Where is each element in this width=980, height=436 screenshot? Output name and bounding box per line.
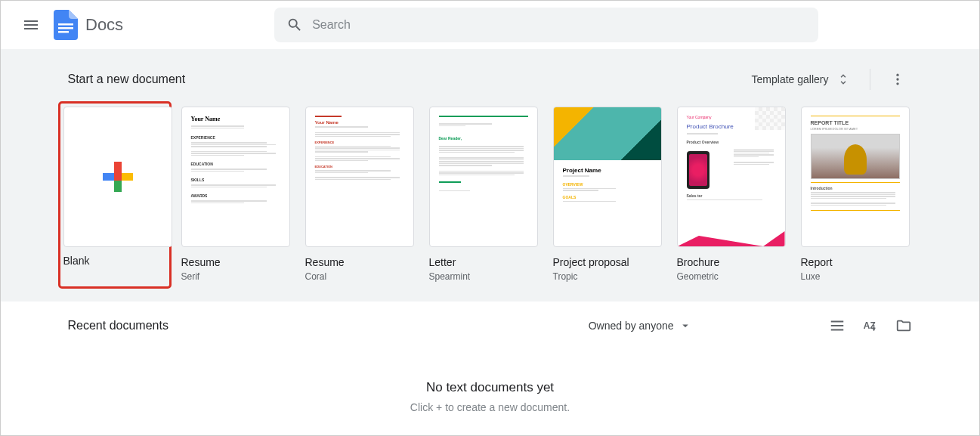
list-view-button[interactable] <box>828 317 846 335</box>
recent-section: Recent documents Owned by anyone AZ No t… <box>1 301 979 436</box>
svg-rect-1 <box>58 27 73 29</box>
list-icon <box>829 317 846 334</box>
svg-point-5 <box>896 82 898 85</box>
template-label: Brochure <box>677 255 786 270</box>
ownership-filter-label: Owned by anyone <box>589 320 674 332</box>
recent-title: Recent documents <box>68 319 168 332</box>
template-blank-thumb <box>63 107 172 247</box>
template-section-title: Start a new document <box>68 73 186 86</box>
main-menu-button[interactable] <box>13 7 49 43</box>
empty-title: No text documents yet <box>64 380 917 395</box>
template-gallery-label: Template gallery <box>752 73 829 85</box>
empty-state: No text documents yet Click + to create … <box>63 365 917 436</box>
template-project-proposal[interactable]: Project Name OVERVIEW GOALS Project prop… <box>553 107 662 283</box>
app-name: Docs <box>85 15 123 35</box>
svg-point-3 <box>896 74 898 76</box>
file-picker-button[interactable] <box>895 317 913 335</box>
unfold-icon <box>836 73 850 86</box>
svg-rect-0 <box>58 23 73 26</box>
search-bar[interactable] <box>274 8 818 42</box>
template-gallery-button[interactable]: Template gallery <box>744 66 858 92</box>
sort-az-icon: AZ <box>862 317 879 334</box>
template-label: Resume <box>305 255 414 270</box>
template-letter-spearmint[interactable]: Dear Reader, Letter Spearmint <box>429 107 538 283</box>
template-sublabel: Spearmint <box>429 270 538 283</box>
more-vert-icon <box>890 72 905 87</box>
empty-subtitle: Click + to create a new document. <box>64 401 917 413</box>
menu-icon <box>22 16 40 34</box>
template-brochure[interactable]: Your Company Product Brochure Product Ov… <box>677 107 786 283</box>
ownership-filter[interactable]: Owned by anyone <box>589 319 692 332</box>
template-sublabel: Geometric <box>677 270 786 283</box>
template-resume-coral[interactable]: Your Name EXPERIENCE EDUCATION Resume Co… <box>305 107 414 283</box>
divider <box>870 69 870 90</box>
template-label: Project proposal <box>553 255 662 270</box>
template-blank[interactable]: Blank <box>60 104 169 286</box>
template-label: Report <box>801 255 910 270</box>
docs-logo-icon <box>52 11 79 39</box>
sort-button[interactable]: AZ <box>861 317 880 335</box>
svg-point-4 <box>896 78 898 80</box>
template-label: Resume <box>181 255 290 270</box>
template-sublabel: Luxe <box>801 270 910 283</box>
template-sublabel: Tropic <box>553 270 662 283</box>
folder-icon <box>895 317 912 334</box>
template-report[interactable]: REPORT TITLE LOREM IPSUM DOLOR SIT AMET … <box>801 107 910 283</box>
plus-icon <box>103 162 133 192</box>
template-section: Start a new document Template gallery <box>1 49 979 301</box>
search-input[interactable] <box>312 18 806 32</box>
more-options-button[interactable] <box>883 64 913 94</box>
app-header: Docs <box>1 1 979 49</box>
template-sublabel: Coral <box>305 270 414 283</box>
template-label: Letter <box>429 255 538 270</box>
template-label: Blank <box>63 253 166 268</box>
template-resume-serif[interactable]: Your Name EXPERIENCE EDUCATION SKILLS AW… <box>181 107 290 283</box>
svg-rect-2 <box>58 31 69 33</box>
template-sublabel: Serif <box>181 270 290 283</box>
dropdown-icon <box>679 319 692 332</box>
search-icon <box>286 17 303 33</box>
